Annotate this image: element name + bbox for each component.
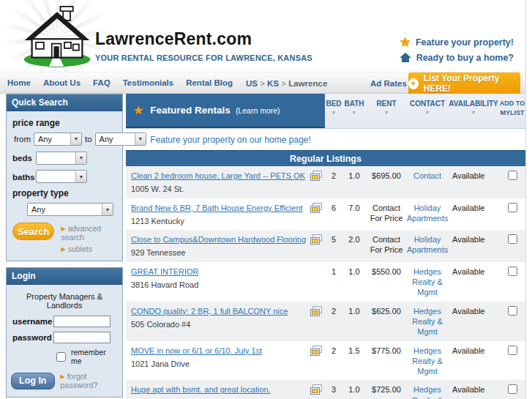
column-header-availability[interactable]: AVAILABILITY▼	[448, 94, 499, 128]
password-field[interactable]	[53, 332, 110, 343]
column-header-contact[interactable]: CONTACT▼	[407, 94, 448, 128]
featured-rentals-bar: ★ Featured Rentals (Learn more)	[126, 94, 325, 128]
listing-rent: Contact For Price	[366, 203, 407, 227]
breadcrumb-us[interactable]: US	[246, 79, 258, 88]
nav-item-faq[interactable]: FAQ	[93, 78, 110, 87]
password-label: password	[12, 333, 53, 342]
chevron-down-icon: ▼	[70, 133, 81, 145]
login-button[interactable]: Log In	[11, 373, 55, 389]
column-header-bed[interactable]: BED▼	[325, 94, 342, 128]
listing-row: Brand New 6 BR, 7 Bath House Energy Effi…	[126, 198, 525, 231]
listing-row: Huge apt with bsmt. and great location.9…	[126, 380, 525, 399]
star-icon: ★	[133, 105, 143, 116]
sort-icon: ▼	[471, 110, 476, 115]
advanced-search-link[interactable]: ▶advanced search	[61, 224, 118, 242]
listing-contact-link[interactable]: Hedges Realty & Mgmt	[412, 385, 443, 399]
buy-a-home-link[interactable]: Ready to buy a home?	[416, 53, 514, 63]
listing-contact-link[interactable]: Hedges Realty & Mgmt	[412, 267, 443, 297]
featured-rentals-title: Featured Rentals	[150, 105, 231, 116]
remember-me-checkbox[interactable]	[56, 352, 66, 362]
listing-address: 1213 Kentucky	[131, 216, 304, 226]
listing-title-link[interactable]: Close to Campus&Downtown Hardwood Floori…	[131, 235, 306, 244]
photos-icon[interactable]	[310, 306, 323, 317]
quick-search-panel: Quick Search price range fromAny▼toAny▼ …	[6, 94, 123, 261]
breadcrumb-ks[interactable]: KS	[267, 79, 279, 88]
regular-listings-bar: Regular Listings	[126, 150, 525, 166]
listing-contact-link[interactable]: Hedges Realty & Mgmt	[412, 307, 443, 337]
listing-bath: 1.0	[342, 306, 366, 338]
listing-availability: Available	[448, 306, 499, 338]
login-header: Login	[7, 268, 122, 285]
listing-availability: Available	[448, 234, 499, 258]
listing-row: CONDO quality: 2 BR, 1 full BALCONY nice…	[126, 302, 525, 341]
arrow-bullet-icon: ▶	[61, 373, 65, 380]
listing-bed: 2	[325, 306, 342, 338]
sublets-link[interactable]: ▶sublets	[61, 245, 118, 253]
feature-your-property-link[interactable]: Feature your property!	[416, 37, 514, 48]
chevron-down-icon: ▼	[75, 171, 86, 182]
listing-rent: Contact For Price	[366, 234, 407, 258]
forgot-password-link[interactable]: ▶forgot password?	[61, 372, 119, 389]
listing-bed: 1	[325, 266, 342, 298]
add-to-mylist-checkbox[interactable]	[508, 306, 517, 316]
listing-row: Close to Campus&Downtown Hardwood Floori…	[126, 230, 525, 262]
photos-icon[interactable]	[310, 346, 323, 357]
listing-contact-link[interactable]: Holiday Apartments	[407, 204, 448, 223]
list-property-button[interactable]: + List Your Property HERE!	[408, 72, 520, 94]
photos-icon[interactable]	[310, 384, 323, 395]
site-title: LawrenceRent.com	[95, 29, 312, 49]
photos-icon[interactable]	[310, 234, 323, 245]
column-header-bath[interactable]: BATH▼	[342, 94, 366, 128]
listing-title-link[interactable]: CONDO quality: 2 BR, 1 full BALCONY nice	[131, 307, 288, 316]
photos-icon[interactable]	[310, 171, 323, 182]
listing-bed: 5	[325, 234, 342, 258]
add-to-mylist-checkbox[interactable]	[508, 234, 517, 244]
feature-promo-link[interactable]: Feature your property on our home page!	[150, 135, 310, 145]
listing-rent: $625.00	[366, 306, 407, 338]
learn-more-link[interactable]: (Learn more)	[236, 106, 280, 115]
nav-item-home[interactable]: Home	[7, 78, 31, 87]
to-label: to	[85, 135, 92, 143]
price-from-select[interactable]: Any▼	[34, 133, 82, 146]
star-icon: ★	[400, 37, 411, 48]
quick-search-header: Quick Search	[7, 94, 122, 111]
page-edge-divider	[525, 0, 526, 399]
column-header-mylist: ADD TO MYLIST	[499, 94, 525, 128]
listing-contact-link[interactable]: Contact	[413, 171, 441, 180]
listing-contact-link[interactable]: Hedges Realty & Mgmt	[412, 346, 443, 376]
listing-title-link[interactable]: Huge apt with bsmt. and great location.	[131, 385, 271, 394]
listing-contact-link[interactable]: Holiday Apartments	[407, 235, 448, 254]
listing-bed: 6	[325, 203, 342, 227]
photos-icon[interactable]	[310, 203, 323, 214]
listing-title-link[interactable]: Brand New 6 BR, 7 Bath House Energy Effi…	[131, 204, 303, 212]
property-type-label: property type	[12, 188, 118, 198]
listing-title-link[interactable]: GREAT INTERIOR	[131, 267, 199, 276]
property-type-select[interactable]: Any▼	[27, 203, 113, 216]
add-to-mylist-checkbox[interactable]	[508, 346, 517, 355]
listing-bath: 1.0	[342, 171, 366, 195]
beds-select[interactable]: ▼	[36, 152, 87, 165]
remember-me-label: remember me	[71, 348, 118, 365]
add-to-mylist-checkbox[interactable]	[508, 171, 517, 180]
listing-title-link[interactable]: Clean 2 bedroom house, Large Yard -- PET…	[131, 171, 305, 180]
listing-bed: 2	[325, 346, 342, 377]
add-to-mylist-checkbox[interactable]	[508, 266, 517, 276]
add-to-mylist-checkbox[interactable]	[508, 384, 517, 394]
site-tagline: YOUR RENTAL RESOURCE FOR LAWRENCE, KANSA…	[95, 53, 312, 62]
ad-rates-link[interactable]: Ad Rates	[370, 79, 407, 88]
brand-link[interactable]: LawrenceRent.com YOUR RENTAL RESOURCE FO…	[95, 29, 312, 62]
baths-select[interactable]: ▼	[36, 170, 87, 183]
search-button[interactable]: Search	[12, 223, 54, 240]
price-to-select[interactable]: Any▼	[95, 133, 146, 146]
listing-title-link[interactable]: MOVE in now or 6/1 or 6/10. July 1st	[131, 346, 262, 355]
column-header-rent[interactable]: RENT▼	[366, 94, 407, 128]
listing-bath: 1.5	[342, 346, 366, 377]
main-nav: Home About Us FAQ Testimonials Rental Bl…	[0, 72, 525, 94]
chevron-down-icon: ▼	[102, 204, 113, 215]
nav-item-testimonials[interactable]: Testimonials	[123, 78, 173, 87]
sort-icon: ▼	[425, 110, 430, 115]
nav-item-about[interactable]: About Us	[43, 78, 80, 87]
nav-item-rental-blog[interactable]: Rental Blog	[186, 78, 233, 87]
add-to-mylist-checkbox[interactable]	[508, 203, 517, 212]
username-field[interactable]	[53, 316, 110, 327]
